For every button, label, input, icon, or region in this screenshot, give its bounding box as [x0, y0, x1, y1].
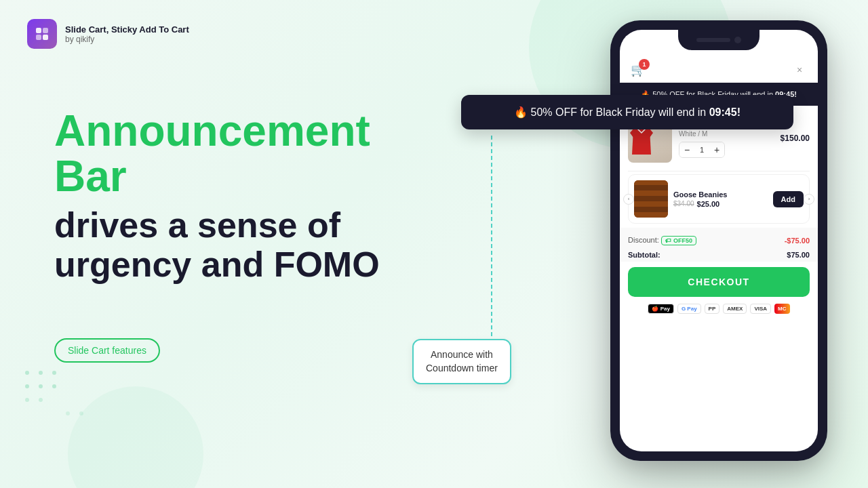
upsell-next-btn[interactable]: ›	[804, 194, 814, 205]
amex-icon: AMEX	[723, 304, 747, 314]
upsell-prev-btn[interactable]: ‹	[623, 194, 634, 205]
annotation-tooltip: Announce with Countdown timer	[412, 339, 511, 384]
phone-frame: 🛒 1 × 🔥 50% OFF for Black Friday will en…	[610, 20, 827, 461]
discount-value: -$75.00	[785, 237, 810, 245]
cart-summary: Discount: 🏷 OFF50 -$75.00 Subtotal: $75.…	[620, 228, 818, 262]
qty-value: 1	[694, 146, 709, 154]
payment-icons: 🍎 Pay G Pay PP AMEX VISA MC	[620, 301, 818, 317]
item-price: $150.00	[781, 134, 810, 143]
svg-rect-13	[43, 35, 48, 40]
google-pay-icon: G Pay	[677, 304, 701, 314]
svg-rect-10	[36, 28, 41, 33]
header: Slide Cart, Sticky Add To Cart by qikify	[27, 19, 189, 49]
app-title: Slide Cart, Sticky Add To Cart	[65, 24, 189, 35]
left-content: Announcement Bar drives a sense of urgen…	[54, 108, 434, 363]
subtotal-value: $75.00	[787, 251, 810, 259]
cart-badge: 1	[639, 59, 650, 70]
paypal-icon: PP	[705, 304, 720, 314]
bg-blob-bottom	[68, 386, 203, 488]
phone-screen-inner: 🛒 1 × 🔥 50% OFF for Black Friday will en…	[620, 30, 818, 451]
svg-point-0	[25, 371, 29, 375]
banner-text: 50% OFF for Black Friday will end in	[531, 106, 707, 118]
svg-point-7	[39, 398, 43, 402]
cart-icon-wrap: 🛒 1	[631, 62, 646, 77]
logo-text: Slide Cart, Sticky Add To Cart by qikify	[65, 24, 189, 44]
svg-rect-12	[36, 35, 41, 40]
app-subtitle: by qikify	[65, 35, 189, 44]
phone-mockup: 🛒 1 × 🔥 50% OFF for Black Friday will en…	[610, 20, 827, 481]
svg-point-8	[66, 411, 70, 415]
app-logo-icon	[27, 19, 57, 49]
notch-speaker	[696, 38, 730, 42]
svg-point-6	[25, 398, 29, 402]
apple-pay-icon: 🍎 Pay	[648, 304, 673, 314]
checkout-button[interactable]: CHECKOUT	[628, 267, 810, 297]
svg-rect-11	[43, 28, 48, 33]
discount-code-badge: 🏷 OFF50	[661, 236, 696, 245]
upsell-name: Goose Beanies	[673, 190, 768, 199]
discount-row: Discount: 🏷 OFF50 -$75.00	[628, 233, 810, 248]
qty-increase[interactable]: +	[709, 142, 724, 157]
upsell-new-price: $25.00	[697, 200, 720, 208]
banner-emoji: 🔥	[514, 106, 528, 118]
phone-screen: 🛒 1 × 🔥 50% OFF for Black Friday will en…	[620, 30, 818, 451]
qty-control: − 1 +	[679, 142, 725, 158]
item-variant: White / M	[679, 130, 774, 138]
mastercard-icon: MC	[774, 304, 789, 314]
bg-dots-left	[20, 366, 102, 420]
svg-point-5	[52, 384, 56, 388]
visa-icon: VISA	[750, 304, 771, 314]
upsell-add-btn[interactable]: Add	[773, 191, 804, 207]
upsell-section: ‹ Goose Beanies $34.00 $25.00 Add ›	[628, 174, 810, 224]
cart-header: 🛒 1 ×	[620, 57, 818, 83]
banner-countdown: 09:45!	[709, 106, 741, 118]
beanie-pattern	[634, 180, 668, 218]
subtotal-row: Subtotal: $75.00	[628, 248, 810, 262]
upsell-prices: $34.00 $25.00	[673, 200, 768, 208]
svg-point-2	[52, 371, 56, 375]
discount-label: Discount: 🏷 OFF50	[628, 236, 696, 245]
subtotal-label: Subtotal:	[628, 251, 660, 259]
notch-camera	[734, 37, 741, 43]
upsell-image	[634, 180, 668, 218]
features-badge: Slide Cart features	[54, 338, 160, 363]
svg-point-3	[25, 384, 29, 388]
close-button[interactable]: ×	[792, 62, 807, 77]
hero-title: Announcement Bar	[54, 108, 434, 199]
upsell-old-price: $34.00	[673, 200, 694, 207]
hero-subtitle: drives a sense of urgency and FOMO	[54, 206, 434, 283]
phone-notch	[678, 30, 760, 50]
svg-point-9	[79, 411, 83, 415]
outer-announcement-banner: 🔥 50% OFF for Black Friday will end in 0…	[461, 95, 793, 129]
svg-point-4	[39, 384, 43, 388]
svg-point-1	[39, 371, 43, 375]
upsell-info: Goose Beanies $34.00 $25.00	[673, 190, 768, 208]
qty-decrease[interactable]: −	[679, 142, 694, 157]
